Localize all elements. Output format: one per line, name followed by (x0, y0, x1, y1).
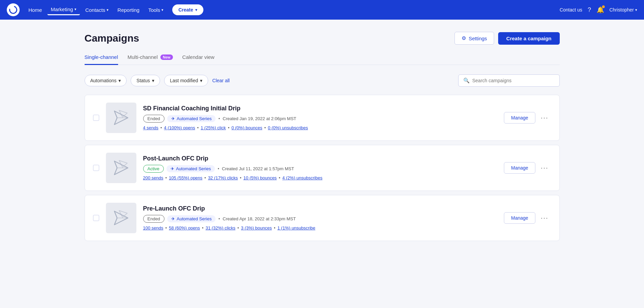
campaign-checkbox[interactable] (93, 165, 99, 171)
stat-separator: • (238, 225, 239, 230)
stat-separator: • (264, 125, 266, 130)
stat-separator: • (204, 175, 206, 180)
status-filter[interactable]: Status ▾ (131, 75, 160, 86)
stat-link[interactable]: 200 sends (143, 175, 163, 180)
stat-separator: • (228, 125, 229, 130)
stat-link[interactable]: 58 (60%) opens (169, 225, 200, 230)
campaign-created: Created Apr 18, 2022 at 2:33pm MST (223, 216, 296, 221)
send-icon: ✈ (171, 166, 174, 171)
stat-link[interactable]: 32 (17%) clicks (208, 175, 238, 180)
tab-single-channel[interactable]: Single-channel (85, 54, 118, 65)
campaign-actions: Manage ··· (504, 212, 551, 224)
campaign-actions: Manage ··· (504, 112, 551, 124)
page-title: Campaigns (85, 32, 139, 44)
campaign-info: Pre-Launch OFC Drip Ended ✈ Automated Se… (143, 205, 497, 230)
search-icon: 🔍 (463, 78, 470, 84)
top-nav: Home Marketing ▾ Contacts ▾ Reporting To… (0, 0, 644, 20)
campaign-actions: Manage ··· (504, 162, 551, 174)
campaign-info: Post-Launch OFC Drip Active ✈ Automated … (143, 155, 497, 180)
tab-calendar-view[interactable]: Calendar view (182, 54, 215, 65)
tabs-row: Single-channel Multi-channel New Calenda… (85, 54, 560, 65)
nav-tools[interactable]: Tools ▾ (145, 5, 167, 15)
stat-separator: • (240, 175, 242, 180)
stat-link[interactable]: 31 (32%) clicks (205, 225, 235, 230)
last-modified-chevron-icon: ▾ (200, 78, 202, 83)
stat-separator: • (279, 175, 281, 180)
campaign-info: SD Financial Coaching Initial Drip Ended… (143, 105, 497, 130)
stat-link[interactable]: 4 sends (143, 125, 159, 130)
stat-link[interactable]: 4 (100%) opens (164, 125, 195, 130)
automations-chevron-icon: ▾ (118, 78, 121, 83)
campaign-card: SD Financial Coaching Initial Drip Ended… (85, 95, 560, 141)
more-options-button[interactable]: ··· (538, 162, 551, 173)
stat-separator: • (165, 225, 167, 230)
settings-button[interactable]: ⚙ Settings (454, 32, 494, 45)
campaign-name: SD Financial Coaching Initial Drip (143, 105, 497, 112)
automated-series-icon (112, 158, 131, 177)
marketing-chevron-icon: ▾ (74, 7, 76, 12)
campaign-list: SD Financial Coaching Initial Drip Ended… (85, 95, 560, 245)
stat-link[interactable]: 10 (5%) bounces (243, 175, 276, 180)
create-campaign-button[interactable]: Create a campaign (498, 32, 559, 45)
status-badge: Active (143, 165, 164, 173)
last-modified-filter[interactable]: Last modified ▾ (164, 75, 208, 86)
search-input[interactable] (472, 78, 555, 83)
send-icon: ✈ (171, 216, 175, 221)
create-button[interactable]: Create ▾ (172, 4, 203, 15)
stat-link[interactable]: 1 (25%) click (201, 125, 226, 130)
type-badge: ✈ Automated Series (167, 115, 216, 122)
stat-link[interactable]: 3 (3%) bounces (241, 225, 272, 230)
campaign-created: Created Jul 11, 2022 at 1:57pm MST (222, 166, 294, 171)
stat-separator: • (202, 225, 204, 230)
new-badge: New (160, 54, 173, 60)
campaign-name: Pre-Launch OFC Drip (143, 205, 497, 212)
automated-series-icon (112, 208, 131, 227)
nav-home[interactable]: Home (25, 5, 45, 15)
create-chevron-icon: ▾ (195, 8, 197, 12)
campaign-checkbox[interactable] (93, 215, 99, 221)
automated-series-icon (112, 108, 131, 127)
campaign-meta: Active ✈ Automated Series • Created Jul … (143, 165, 497, 173)
contact-us-link[interactable]: Contact us (560, 7, 582, 13)
campaign-stats: 4 sends• 4 (100%) opens• 1 (25%) click• … (143, 125, 497, 130)
campaign-card: Pre-Launch OFC Drip Ended ✈ Automated Se… (85, 195, 560, 241)
campaign-checkbox[interactable] (93, 115, 99, 121)
tools-chevron-icon: ▾ (161, 8, 163, 12)
stat-link[interactable]: 0 (0%) unsubscribes (268, 125, 308, 130)
status-chevron-icon: ▾ (152, 78, 154, 83)
stat-link[interactable]: 105 (55%) opens (169, 175, 202, 180)
stat-link[interactable]: 1 (1%) unsubscribe (277, 225, 315, 230)
stat-link[interactable]: 4 (2%) unsubscribes (282, 175, 323, 180)
stat-link[interactable]: 0 (0%) bounces (231, 125, 262, 130)
stat-separator: • (160, 125, 162, 130)
more-options-button[interactable]: ··· (538, 213, 551, 223)
stat-link[interactable]: 100 sends (143, 225, 163, 230)
clear-all-button[interactable]: Clear all (212, 78, 229, 83)
campaign-meta: Ended ✈ Automated Series • Created Apr 1… (143, 215, 497, 223)
help-icon[interactable]: ? (588, 6, 591, 14)
nav-reporting[interactable]: Reporting (114, 5, 143, 15)
status-badge: Ended (143, 215, 165, 223)
nav-contacts[interactable]: Contacts ▾ (82, 5, 112, 15)
header-actions: ⚙ Settings Create a campaign (454, 32, 560, 45)
notifications-icon[interactable]: 🔔 (597, 6, 604, 14)
send-icon: ✈ (171, 116, 175, 121)
user-menu[interactable]: Christopher ▾ (609, 7, 637, 13)
user-chevron-icon: ▾ (635, 8, 637, 12)
manage-button[interactable]: Manage (504, 212, 535, 224)
automations-filter[interactable]: Automations ▾ (85, 75, 127, 86)
campaign-stats: 200 sends• 105 (55%) opens• 32 (17%) cli… (143, 175, 497, 180)
campaign-thumbnail (106, 203, 136, 233)
manage-button[interactable]: Manage (504, 162, 535, 174)
status-badge: Ended (143, 115, 165, 123)
tab-multi-channel[interactable]: Multi-channel New (128, 54, 173, 65)
gear-icon: ⚙ (462, 35, 466, 41)
stat-separator: • (165, 175, 167, 180)
manage-button[interactable]: Manage (504, 112, 535, 124)
meta-separator: • (218, 116, 220, 121)
more-options-button[interactable]: ··· (538, 112, 551, 123)
nav-marketing[interactable]: Marketing ▾ (47, 4, 80, 15)
stat-separator: • (274, 225, 275, 230)
logo[interactable] (7, 3, 20, 16)
campaign-created: Created Jan 19, 2022 at 2:06pm MST (223, 116, 296, 121)
